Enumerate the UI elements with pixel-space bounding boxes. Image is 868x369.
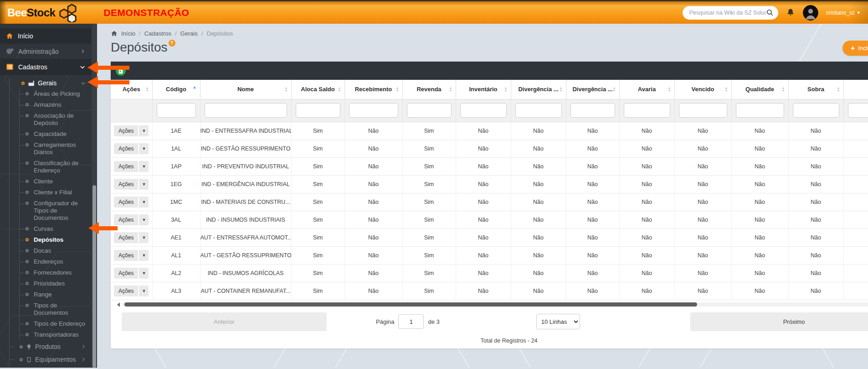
sidebar-item-configurador-de-tipos-de-documentos[interactable]: Configurador de Tipos de Documentos (20, 198, 92, 223)
cell-nome: IND - INSUMOS INDUSTRIAIS (200, 211, 291, 229)
scrollbar-thumb[interactable] (124, 302, 697, 307)
filter-input-codigo[interactable] (157, 103, 196, 118)
sidebar-item-classificacao-de-endereco[interactable]: Classificação de Endereço (20, 158, 92, 176)
cell-value: Sim (291, 211, 344, 229)
sidebar-item-cadastros[interactable]: Cadastros (0, 59, 92, 75)
column-header-sobra[interactable]: Sobra▲▼ (788, 80, 843, 99)
column-header-recebimento[interactable]: Recebimento▲▼ (344, 80, 402, 99)
row-actions-button[interactable]: Ações▼ (114, 143, 149, 154)
column-header-nome[interactable]: Nome▲▼ (200, 80, 291, 99)
brand-logo[interactable]: BeeStock (7, 3, 78, 22)
wiki-search-input[interactable] (689, 10, 766, 16)
filter-input-aloca-saldo[interactable] (296, 103, 340, 118)
sidebar-item-transportadoras[interactable]: Transportadoras (20, 329, 92, 340)
cell-value: Não (511, 229, 566, 246)
filter-input-vencido[interactable] (679, 103, 727, 118)
column-header-codigo[interactable]: Código▲ (152, 80, 200, 99)
column-header-extra[interactable] (843, 80, 868, 99)
column-header-divergencia[interactable]: Divergência ...▲▼ (511, 80, 566, 99)
row-actions-button[interactable]: Ações▼ (114, 214, 149, 225)
filter-input-divergencia[interactable] (515, 103, 562, 118)
sidebar-item-tipos-de-endereco[interactable]: Tipos de Endereço (20, 318, 92, 329)
column-header-qualidade[interactable]: Qualidade▲▼ (731, 80, 788, 99)
row-actions-button[interactable]: Ações▼ (114, 161, 149, 172)
horizontal-scrollbar[interactable] (117, 301, 868, 308)
filter-input-sobra[interactable] (793, 103, 839, 118)
filter-input-qualidade[interactable] (736, 103, 784, 118)
sidebar-item-fornecedores[interactable]: Fornecedores (20, 267, 92, 278)
column-header-avaria[interactable]: Avaria▲▼ (619, 80, 674, 99)
row-actions-button[interactable]: Ações▼ (114, 268, 149, 279)
cell-value: Não (731, 264, 788, 282)
breadcrumb-item[interactable]: Cadastros (144, 30, 171, 37)
sidebar-scrollbar[interactable] (92, 24, 97, 368)
column-header-revenda[interactable]: Revenda▲▼ (402, 80, 456, 99)
include-deposito-button[interactable]: + Incluir Depósito (842, 41, 868, 56)
help-icon[interactable]: ? (169, 40, 175, 47)
export-excel-button[interactable] (115, 65, 126, 76)
pagination: Anterior Página de 3 10 Linhas Próximo (122, 312, 868, 331)
sort-icons: ▲▼ (837, 87, 840, 92)
sidebar-item-prioridades[interactable]: Prioridades (20, 278, 92, 289)
sort-icons: ▲▼ (613, 87, 616, 92)
filter-input-revenda[interactable] (407, 103, 452, 118)
filter-input-divergencia[interactable] (570, 103, 615, 118)
sidebar-item-cliente-x-filial[interactable]: Cliente x Filial (20, 187, 92, 198)
home-icon[interactable] (111, 30, 118, 37)
sidebar-item-armazens[interactable]: Armazéns (20, 99, 92, 110)
sidebar-item-curvas[interactable]: Curvas (20, 223, 92, 234)
user-menu[interactable]: cristiano_sz ▼ (826, 10, 861, 16)
scrollbar-thumb[interactable] (92, 185, 96, 368)
filter-input-extra[interactable] (848, 103, 868, 118)
depositos-table-wrap[interactable]: Ações▲▼Código▲Nome▲▼Aloca Saldo▲▼Recebim… (111, 80, 868, 300)
row-actions-button[interactable]: Ações▼ (114, 125, 149, 136)
column-header-aloca-saldo[interactable]: Aloca Saldo▲▼ (291, 80, 344, 99)
column-header-acoes[interactable]: Ações▲▼ (111, 80, 152, 99)
cell-value: Não (674, 122, 731, 140)
row-actions-button[interactable]: Ações▼ (114, 179, 149, 190)
sidebar-item-gerais[interactable]: Gerais (10, 78, 92, 88)
row-actions-button[interactable]: Ações▼ (114, 232, 149, 243)
sidebar-item-produtos[interactable]: Produtos (10, 340, 92, 353)
sidebar-item-tipos-de-documentos[interactable]: Tipos de Documentos (20, 300, 92, 318)
filter-input-recebimento[interactable] (349, 103, 398, 118)
scrollbar-track[interactable] (122, 302, 868, 307)
sidebar-item-capacidade[interactable]: Capacidade (20, 129, 92, 140)
caret-down-icon: ▼ (139, 268, 149, 279)
caret-down-icon: ▼ (139, 143, 149, 154)
filter-input-inventario[interactable] (460, 103, 507, 118)
sidebar-item-range[interactable]: Range (20, 289, 92, 300)
page-size-select[interactable]: 10 Linhas (536, 314, 580, 329)
page-number-input[interactable] (398, 314, 424, 329)
scroll-left-icon[interactable] (117, 302, 120, 307)
filter-input-nome[interactable] (205, 103, 287, 118)
cell-codigo: 1AL (152, 140, 200, 157)
previous-page-button[interactable]: Anterior (122, 312, 327, 331)
next-page-button[interactable]: Próximo (690, 312, 868, 331)
cell-nome: IND - EMERGÊNCIA INDUSTRIAL (200, 175, 291, 193)
breadcrumb-item[interactable]: Início (121, 30, 135, 37)
column-header-divergencia[interactable]: Divergência ...▲▼ (566, 80, 619, 99)
sidebar-item-areas-de-picking[interactable]: Áreas de Picking (20, 88, 92, 99)
sidebar-item-enderecos[interactable]: Endereços (20, 256, 92, 267)
column-header-inventario[interactable]: Inventário▲▼ (456, 80, 511, 99)
sidebar-item-cliente[interactable]: Cliente (20, 176, 92, 187)
search-icon[interactable] (766, 9, 774, 16)
sidebar-item-carregamentos-diarios[interactable]: Carregamentos Diários (20, 140, 92, 158)
cell-value: Não (511, 157, 566, 175)
bell-icon[interactable] (786, 8, 795, 17)
row-actions-button[interactable]: Ações▼ (114, 197, 149, 208)
sidebar-item-associacao-de-deposito[interactable]: Associação de Depósito (20, 110, 92, 129)
row-actions-button[interactable]: Ações▼ (114, 250, 149, 261)
row-actions-button[interactable]: Ações▼ (114, 286, 149, 296)
bullet-icon (26, 249, 29, 252)
avatar[interactable] (803, 5, 818, 21)
sidebar-item-equipamentos[interactable]: Equipamentos (10, 353, 92, 366)
column-header-vencido[interactable]: Vencido▲▼ (674, 80, 731, 99)
sidebar-item-administracao[interactable]: Administração (0, 44, 92, 59)
breadcrumb-item[interactable]: Gerais (180, 30, 198, 37)
sidebar-item-inicio[interactable]: Início (0, 28, 92, 44)
filter-input-avaria[interactable] (624, 103, 670, 118)
sidebar-item-depositos[interactable]: Depósitos (20, 234, 92, 245)
sidebar-item-docas[interactable]: Docas (20, 245, 92, 256)
